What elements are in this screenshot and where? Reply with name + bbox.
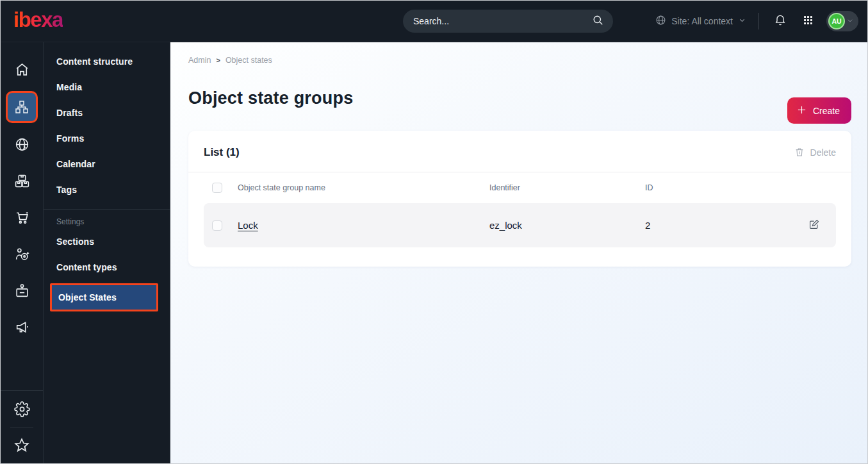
menu-item-calendar[interactable]: Calendar <box>44 151 170 177</box>
main-content: Admin > Object states Create Object stat… <box>170 42 867 463</box>
avatar: AU <box>828 13 845 29</box>
row-name-link[interactable]: Lock <box>238 220 258 231</box>
menu-item-content-types[interactable]: Content types <box>44 254 170 280</box>
plus-icon <box>796 104 807 117</box>
ibexa-logo[interactable]: ibexa <box>13 9 63 34</box>
row-id: 2 <box>645 220 805 231</box>
bell-icon <box>774 13 787 29</box>
row-identifier: ez_lock <box>489 220 645 231</box>
menu-item-drafts[interactable]: Drafts <box>44 100 170 126</box>
annotation-highlight-box: Object States <box>50 283 158 311</box>
sidebar-item-dashboard[interactable] <box>4 51 40 88</box>
row-checkbox[interactable] <box>212 220 222 231</box>
sidebar-item-marketing[interactable] <box>4 309 40 345</box>
column-header-identifier: Identifier <box>489 183 645 192</box>
gear-icon <box>14 401 30 417</box>
product-catalog-icon <box>14 173 30 189</box>
app-grid-icon <box>803 15 814 28</box>
search-input[interactable] <box>413 16 592 26</box>
corporate-badge-icon <box>14 283 30 299</box>
site-context-label: Site: All context <box>671 16 733 26</box>
user-menu[interactable]: AU <box>826 11 858 31</box>
sidebar-item-corporate[interactable] <box>4 272 40 309</box>
content-structure-icon <box>14 99 29 115</box>
menu-section-label: Settings <box>44 210 170 229</box>
menu-item-content-structure[interactable]: Content structure <box>44 49 170 74</box>
row-edit-button[interactable] <box>805 219 823 232</box>
site-context-selector[interactable]: Site: All context <box>655 15 746 28</box>
rail-footer <box>1 390 43 463</box>
sidebar-item-content[interactable] <box>4 91 40 123</box>
menu-item-sections[interactable]: Sections <box>44 229 170 254</box>
table-header-row: Object state group name Identifier ID <box>204 172 836 203</box>
notifications-button[interactable] <box>771 12 789 30</box>
topbar-controls: Site: All context AU <box>655 11 858 31</box>
chevron-down-icon <box>846 15 854 27</box>
trash-icon <box>794 147 805 159</box>
table-row: Lock ez_lock 2 <box>204 203 836 247</box>
breadcrumb-admin[interactable]: Admin <box>188 56 211 65</box>
create-button[interactable]: Create <box>787 97 851 124</box>
list-card: List (1) Delete Object state group name … <box>188 131 851 267</box>
sidebar-item-bookmarks[interactable] <box>4 427 40 463</box>
column-header-id: ID <box>645 183 805 192</box>
sidebar-item-customer-profiling[interactable] <box>4 236 40 272</box>
delete-button[interactable]: Delete <box>794 147 836 159</box>
breadcrumb: Admin > Object states <box>188 56 851 65</box>
list-card-header: List (1) Delete <box>188 131 851 172</box>
globe-icon <box>655 15 666 28</box>
menu-sidebar: Content structure Media Drafts Forms Cal… <box>44 42 170 463</box>
topbar: ibexa Site: All context <box>1 1 867 42</box>
sidebar-item-commerce[interactable] <box>4 199 40 236</box>
menu-item-tags[interactable]: Tags <box>44 177 170 203</box>
breadcrumb-separator: > <box>216 56 220 64</box>
menu-item-object-states[interactable]: Object States <box>50 283 158 311</box>
chevron-down-icon <box>738 16 746 26</box>
icon-rail <box>1 42 44 463</box>
menu-item-media[interactable]: Media <box>44 74 170 100</box>
edit-icon <box>808 219 820 232</box>
sidebar-item-admin-settings[interactable] <box>4 391 40 427</box>
delete-button-label: Delete <box>810 147 836 158</box>
create-button-label: Create <box>813 106 840 116</box>
app-window: ibexa Site: All context <box>0 0 868 464</box>
sidebar-item-product-catalog[interactable] <box>4 163 40 199</box>
star-icon <box>13 437 30 454</box>
cart-icon <box>14 210 30 226</box>
breadcrumb-object-states[interactable]: Object states <box>225 56 272 65</box>
customer-target-icon <box>14 246 30 262</box>
search-icon[interactable] <box>592 14 604 29</box>
page-title: Object state groups <box>188 88 851 108</box>
site-globe-icon <box>14 137 30 153</box>
home-icon <box>14 62 30 78</box>
sidebar-item-site-management[interactable] <box>4 126 40 163</box>
list-title: List (1) <box>204 146 240 159</box>
global-search[interactable] <box>403 10 613 33</box>
annotation-highlight-box <box>6 91 38 123</box>
topbar-divider <box>758 13 759 29</box>
megaphone-icon <box>14 319 30 335</box>
select-all-checkbox[interactable] <box>212 183 222 193</box>
column-header-name: Object state group name <box>238 183 489 192</box>
menu-item-forms[interactable]: Forms <box>44 126 170 151</box>
app-switcher-button[interactable] <box>799 12 817 30</box>
object-state-groups-table: Object state group name Identifier ID Lo… <box>188 172 851 267</box>
